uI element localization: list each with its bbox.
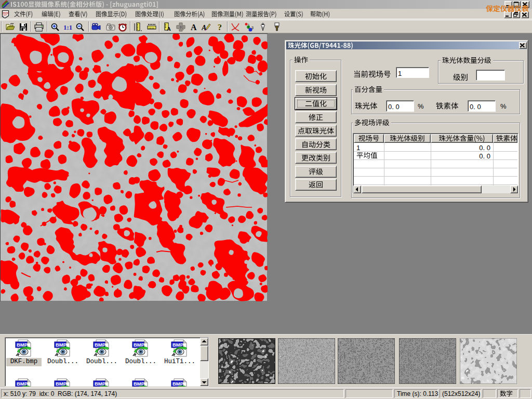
svg-text:?: ? bbox=[218, 23, 222, 32]
svg-text:DOC: DOC bbox=[3, 11, 9, 15]
svg-text:A: A bbox=[167, 25, 171, 32]
svg-text:A: A bbox=[202, 24, 206, 32]
svg-text:A: A bbox=[191, 23, 197, 32]
svg-text:1:1: 1:1 bbox=[63, 23, 72, 31]
svg-text:3: 3 bbox=[251, 26, 254, 30]
